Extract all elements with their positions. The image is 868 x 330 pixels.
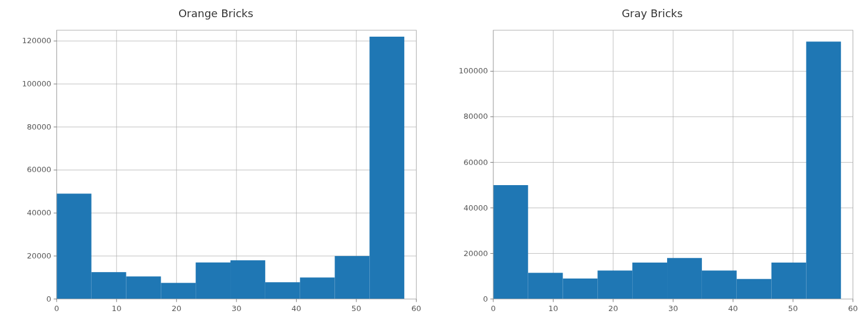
histogram-bar: [300, 277, 335, 299]
histogram-bar: [369, 37, 404, 299]
y-tick-label: 120000: [22, 36, 51, 45]
histogram-bar: [632, 263, 667, 299]
histogram-bar: [126, 276, 161, 299]
chart-svg-orange: 0102030405060020000400006000080000100000…: [9, 24, 422, 323]
x-tick-label: 30: [668, 304, 678, 313]
histogram-bar: [667, 258, 702, 299]
histogram-bar: [230, 260, 265, 299]
x-tick-label: 0: [54, 304, 59, 313]
y-tick-label: 80000: [27, 122, 51, 131]
y-tick-label: 60000: [463, 157, 487, 166]
histogram-bar: [335, 256, 370, 299]
y-tick-label: 100000: [459, 66, 488, 75]
x-tick-label: 30: [232, 304, 242, 313]
histogram-bar: [597, 270, 632, 299]
histogram-bar: [806, 41, 841, 299]
histogram-bar: [736, 279, 771, 299]
chart-title: Orange Bricks: [9, 7, 422, 20]
figure: Orange Bricks 01020304050600200004000060…: [0, 0, 868, 330]
histogram-bar: [493, 185, 528, 299]
y-tick-label: 0: [483, 295, 487, 303]
x-tick-label: 40: [291, 304, 301, 313]
plot-area: 0102030405060020000400006000080000100000…: [9, 24, 422, 323]
histogram-bar: [771, 263, 806, 299]
histogram-bar: [161, 283, 196, 299]
y-tick-label: 40000: [463, 203, 487, 212]
x-tick-label: 40: [728, 304, 738, 313]
histogram-bar: [265, 282, 300, 299]
y-tick-label: 20000: [463, 249, 487, 258]
x-tick-label: 10: [112, 304, 122, 313]
y-tick-label: 20000: [27, 251, 51, 260]
histogram-bar: [196, 263, 230, 299]
histogram-bar: [92, 272, 126, 299]
histogram-bar: [563, 279, 597, 299]
x-tick-label: 60: [411, 304, 421, 313]
panel-gray-bricks: Gray Bricks 0102030405060020000400006000…: [446, 7, 859, 323]
y-tick-label: 80000: [463, 112, 487, 121]
y-tick-label: 0: [47, 295, 51, 303]
x-tick-label: 20: [608, 304, 618, 313]
x-tick-label: 10: [548, 304, 558, 313]
y-tick-label: 40000: [27, 208, 51, 217]
x-tick-label: 20: [171, 304, 181, 313]
panel-orange-bricks: Orange Bricks 01020304050600200004000060…: [9, 7, 422, 323]
histogram-bar: [701, 270, 736, 299]
y-tick-label: 60000: [27, 165, 51, 174]
x-tick-label: 50: [352, 304, 362, 313]
x-tick-label: 60: [848, 304, 858, 313]
chart-title: Gray Bricks: [446, 7, 859, 20]
x-tick-label: 50: [788, 304, 798, 313]
histogram-bar: [528, 273, 563, 299]
histogram-bar: [57, 193, 92, 299]
plot-area: 0102030405060020000400006000080000100000: [446, 24, 859, 323]
y-tick-label: 100000: [22, 79, 51, 88]
chart-svg-gray: 0102030405060020000400006000080000100000: [446, 24, 859, 323]
x-tick-label: 0: [490, 304, 495, 313]
